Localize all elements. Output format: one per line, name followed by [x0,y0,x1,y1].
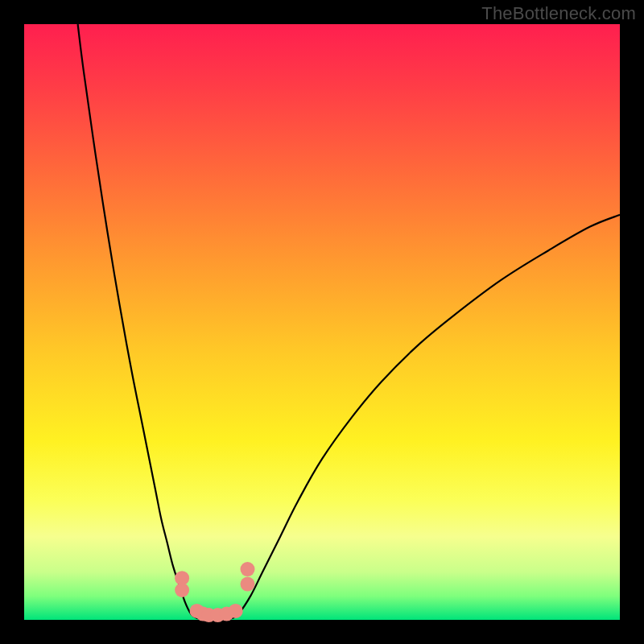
curve-layer [24,24,620,620]
attribution-text: TheBottleneck.com [481,3,636,24]
data-marker [241,562,255,576]
data-marker [175,583,189,597]
chart-frame: TheBottleneck.com [0,0,644,644]
data-marker [241,577,255,592]
data-markers [175,562,254,622]
plot-area [24,24,620,620]
data-marker [229,604,243,618]
bottleneck-curve [78,24,620,620]
